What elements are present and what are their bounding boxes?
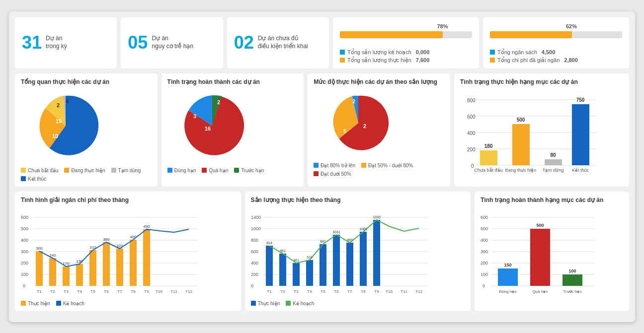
svg-rect-48 [63,266,70,286]
svg-text:500: 500 [21,226,28,231]
chart-title-5: Tình hình giải ngân chi phí theo tháng [21,197,235,203]
stat-number-0: 31 [22,34,42,52]
svg-text:T2: T2 [50,289,55,294]
stat-number-2: 02 [234,34,254,52]
svg-text:100: 100 [21,272,28,277]
svg-text:2: 2 [57,102,60,108]
svg-text:0: 0 [251,283,253,288]
svg-text:100: 100 [481,272,488,277]
svg-text:T8: T8 [361,289,366,294]
svg-text:300: 300 [481,249,488,254]
svg-text:16: 16 [205,126,211,132]
dashboard: 31 Dự ántrong kỳ 05 Dự ánnguy cơ trễ hạn… [9,11,635,322]
svg-text:300: 300 [21,249,28,254]
svg-text:T10: T10 [156,289,162,294]
svg-text:T9: T9 [374,289,379,294]
svg-text:T6: T6 [334,289,339,294]
svg-text:600: 600 [481,215,488,220]
svg-text:4: 4 [66,98,69,104]
svg-rect-49 [76,264,83,286]
svg-text:T3: T3 [294,289,299,294]
svg-text:400: 400 [251,261,258,266]
svg-rect-20 [480,150,497,165]
svg-text:T8: T8 [131,289,136,294]
svg-text:300: 300 [36,246,43,251]
svg-text:400: 400 [467,131,476,136]
svg-text:T5: T5 [90,289,95,294]
svg-text:5: 5 [343,128,346,134]
svg-text:200: 200 [467,147,476,152]
svg-rect-136 [530,229,550,286]
stat-card-2: 02 Dự án chưa đủđiều kiện triển khai [227,17,329,68]
svg-rect-91 [279,254,286,286]
svg-text:1000: 1000 [251,226,261,231]
svg-text:Đúng hạn: Đúng hạn [499,289,516,294]
charts-row-2: Tình hình giải ngân chi phí theo tháng 0… [15,192,629,311]
svg-rect-134 [498,268,518,286]
svg-rect-95 [333,235,340,286]
stat-label-0: Dự ántrong kỳ [46,35,67,50]
svg-text:2: 2 [217,99,220,105]
svg-rect-47 [49,258,56,286]
svg-text:Chưa bắt đầu: Chưa bắt đầu [474,167,502,173]
svg-text:800: 800 [251,238,258,243]
chart-tong-quan: Tổng quan thực hiện các dự án 15 10 4 2 [15,73,158,187]
svg-rect-22 [512,124,530,165]
stat-label-1: Dự ánnguy cơ trễ hạn [152,35,193,50]
svg-rect-53 [130,240,137,286]
svg-text:Đang thực hiện: Đang thực hiện [505,168,537,173]
svg-text:T1: T1 [267,289,272,294]
charts-row-1: Tổng quan thực hiện các dự án 15 10 4 2 [15,73,629,187]
svg-text:1400: 1400 [251,215,261,220]
chart-title-2: Tình trạng hoàn thành các dự án [167,78,298,85]
svg-text:0: 0 [483,283,485,288]
svg-text:1031: 1031 [332,230,340,234]
svg-text:200: 200 [251,272,258,277]
svg-text:1330: 1330 [373,215,381,219]
svg-rect-51 [103,242,110,286]
svg-text:T5: T5 [321,289,325,294]
svg-text:Tạm dừng: Tạm dừng [543,168,564,173]
svg-rect-90 [266,246,273,286]
svg-rect-97 [360,232,367,286]
svg-text:600: 600 [251,249,258,254]
chart-san-luong: Sản lượng thực hiện theo tháng 0 200 400… [245,192,471,311]
svg-text:2: 2 [363,123,366,129]
svg-text:10: 10 [52,133,58,139]
svg-text:Kết thúc: Kết thúc [572,168,589,173]
svg-text:500: 500 [481,226,488,231]
svg-rect-46 [36,251,43,286]
svg-rect-92 [293,263,300,286]
top-row: 31 Dự ántrong kỳ 05 Dự ánnguy cơ trễ hạn… [15,17,629,68]
chart-hoan-thanh-hang-muc: Tình trạng hoàn thành hạng mục các dự án… [475,192,629,311]
chart-title-4: Tình trạng thực hiện hạng mục các dự án [460,78,623,85]
svg-rect-26 [572,104,589,165]
svg-text:400: 400 [130,235,137,239]
svg-text:T1: T1 [37,289,42,294]
svg-text:0: 0 [471,163,474,169]
svg-text:T11: T11 [170,289,177,294]
svg-text:T12: T12 [415,289,422,294]
svg-text:Trước hạn: Trước hạn [563,289,581,294]
chart-tinh-trang: Tình trạng hoàn thành các dự án 16 3 2 Đ… [161,73,304,187]
svg-text:T10: T10 [386,289,393,294]
svg-text:T12: T12 [185,289,192,294]
svg-text:814: 814 [266,241,272,245]
svg-rect-93 [306,260,313,286]
chart-hang-muc: Tình trạng thực hiện hạng mục các dự án … [454,73,629,187]
svg-text:750: 750 [576,97,584,103]
svg-text:180: 180 [484,143,492,149]
svg-text:T7: T7 [117,289,122,294]
svg-text:150: 150 [504,263,511,267]
svg-text:T7: T7 [347,289,352,294]
svg-text:100: 100 [568,268,576,273]
chart-muc-do: Mức độ thực hiện các dự án theo sản lượn… [308,73,450,187]
svg-text:T4: T4 [77,289,82,294]
svg-rect-52 [116,249,123,286]
svg-rect-138 [563,274,582,286]
svg-text:3: 3 [193,113,196,119]
svg-text:T2: T2 [280,289,285,294]
stat-number-1: 05 [128,34,148,52]
svg-text:2: 2 [352,98,355,104]
svg-text:490: 490 [143,224,150,229]
